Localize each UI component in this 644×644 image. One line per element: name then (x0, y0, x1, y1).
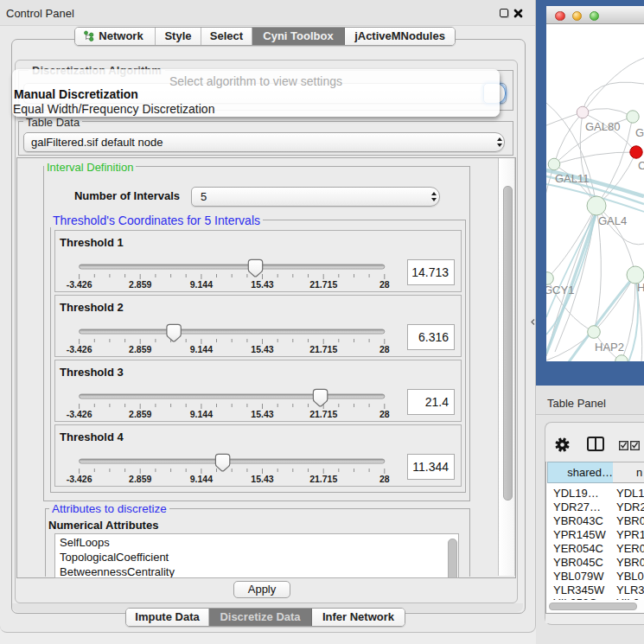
svg-text:-3.426: -3.426 (67, 409, 92, 419)
svg-text:2.859: 2.859 (129, 344, 151, 354)
svg-text:9.144: 9.144 (190, 279, 213, 290)
svg-text:GAL4: GAL4 (598, 214, 627, 227)
svg-text:G.: G. (635, 126, 644, 139)
svg-text:28: 28 (379, 474, 390, 484)
svg-text:15.43: 15.43 (251, 474, 273, 484)
svg-text:21.715: 21.715 (309, 409, 337, 419)
svg-text:28: 28 (379, 279, 390, 290)
svg-text:-3.426: -3.426 (67, 474, 92, 484)
svg-text:C: C (638, 159, 644, 172)
svg-text:GAL11: GAL11 (555, 172, 590, 185)
svg-text:2.859: 2.859 (129, 409, 151, 419)
svg-text:15.43: 15.43 (251, 279, 273, 290)
svg-text:9.144: 9.144 (190, 344, 213, 354)
svg-text:15.43: 15.43 (251, 344, 273, 354)
svg-text:-3.426: -3.426 (67, 279, 92, 290)
svg-text:21.715: 21.715 (309, 279, 337, 290)
svg-text:2.859: 2.859 (129, 279, 151, 290)
svg-text:28: 28 (379, 344, 390, 354)
svg-text:GAL80: GAL80 (585, 120, 620, 133)
svg-text:9.144: 9.144 (190, 409, 213, 419)
svg-text:HAP2: HAP2 (595, 341, 624, 354)
svg-text:-3.426: -3.426 (67, 344, 92, 354)
svg-text:9.144: 9.144 (190, 474, 213, 484)
svg-text:GCY1: GCY1 (546, 284, 574, 296)
svg-text:15.43: 15.43 (251, 409, 273, 419)
svg-text:21.715: 21.715 (309, 474, 337, 484)
svg-text:28: 28 (379, 409, 390, 419)
svg-text:21.715: 21.715 (309, 344, 337, 354)
svg-text:H: H (637, 281, 644, 294)
svg-text:2.859: 2.859 (129, 474, 151, 484)
